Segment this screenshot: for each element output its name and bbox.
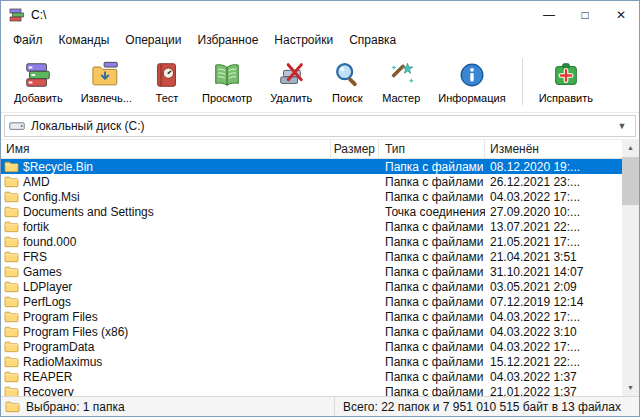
cell-name: found.000 xyxy=(1,235,331,249)
cell-modified: 26.12.2021 23:... xyxy=(485,175,622,189)
winrar-app-icon xyxy=(9,7,25,23)
vertical-scrollbar[interactable]: ▲ ▼ xyxy=(622,139,639,396)
drive-combobox[interactable]: Локальный диск (C:) ▼ xyxy=(4,115,636,137)
cell-name: ProgramData xyxy=(1,340,331,354)
file-name: PerfLogs xyxy=(23,295,71,309)
toolbar-button-label: Тест xyxy=(156,92,179,104)
toolbar-button-view[interactable]: Просмотр xyxy=(193,53,261,110)
scrollbar-track[interactable] xyxy=(622,205,639,379)
table-row[interactable]: Program Files (x86)Папка с файлами04.03.… xyxy=(1,324,622,339)
close-button[interactable]: ✕ xyxy=(603,1,639,29)
file-name: Documents and Settings xyxy=(23,205,154,219)
table-row[interactable]: Config.MsiПапка с файлами04.03.2022 17:.… xyxy=(1,189,622,204)
file-name: Config.Msi xyxy=(23,190,80,204)
table-row[interactable]: AMDПапка с файлами26.12.2021 23:... xyxy=(1,174,622,189)
status-selection: Выбрано: 1 папка xyxy=(1,397,335,416)
file-name: FRS xyxy=(23,250,47,264)
toolbar-button-add-archive[interactable]: Добавить xyxy=(5,53,72,110)
file-name: fortik xyxy=(23,220,49,234)
cell-name: FRS xyxy=(1,250,331,264)
cell-modified: 13.07.2021 22:... xyxy=(485,220,622,234)
cell-type: Папка с файлами xyxy=(379,325,485,339)
scroll-up-icon[interactable]: ▲ xyxy=(622,139,639,156)
maximize-button[interactable]: □ xyxy=(567,1,603,29)
table-row[interactable]: fortikПапка с файлами13.07.2021 22:... xyxy=(1,219,622,234)
toolbar-button-test[interactable]: Тест xyxy=(141,53,193,110)
folder-icon xyxy=(4,235,19,248)
column-header-type[interactable]: Тип xyxy=(379,140,485,158)
menu-item-commands[interactable]: Команды xyxy=(51,30,118,50)
folder-icon xyxy=(4,325,19,338)
table-row[interactable]: Program FilesПапка с файлами04.03.2022 1… xyxy=(1,309,622,324)
repair-icon xyxy=(551,60,581,90)
table-row[interactable]: RadioMaximusПапка с файлами15.12.2021 22… xyxy=(1,354,622,369)
toolbar-button-label: Добавить xyxy=(14,92,63,104)
toolbar-button-extract[interactable]: Извлечь... xyxy=(72,53,141,110)
cell-modified: 04.03.2022 17:... xyxy=(485,340,622,354)
cell-type: Папка с файлами xyxy=(379,310,485,324)
table-row[interactable]: GamesПапка с файлами31.10.2021 14:07 xyxy=(1,264,622,279)
table-row[interactable]: REAPERПапка с файлами04.03.2022 1:37 xyxy=(1,369,622,384)
column-header-name[interactable]: Имя xyxy=(1,140,331,158)
cell-type: Папка с файлами xyxy=(379,220,485,234)
search-icon xyxy=(332,60,362,90)
winrar-window: C:\ — □ ✕ ФайлКомандыОперацииИзбранноеНа… xyxy=(0,0,640,417)
cell-name: Program Files xyxy=(1,310,331,324)
folder-icon xyxy=(4,355,19,368)
toolbar-button-label: Исправить xyxy=(539,92,593,104)
toolbar-button-search[interactable]: Поиск xyxy=(321,53,373,110)
address-bar: Локальный диск (C:) ▼ xyxy=(1,113,639,139)
cell-modified: 04.03.2022 1:37 xyxy=(485,370,622,384)
file-list: Имя Размер Тип Изменён $Recycle.BinПапка… xyxy=(1,139,622,396)
toolbar-button-label: Информация xyxy=(438,92,505,104)
table-row[interactable]: Documents and SettingsТочка соединения27… xyxy=(1,204,622,219)
info-icon xyxy=(457,60,487,90)
menu-item-help[interactable]: Справка xyxy=(341,30,404,50)
cell-modified: 15.12.2021 22:... xyxy=(485,355,622,369)
menu-item-favorites[interactable]: Избранное xyxy=(190,30,267,50)
table-row[interactable]: PerfLogsПапка с файлами07.12.2019 12:14 xyxy=(1,294,622,309)
cell-name: PerfLogs xyxy=(1,295,331,309)
cell-type: Точка соединения xyxy=(379,205,485,219)
toolbar-button-wizard[interactable]: Мастер xyxy=(373,53,429,110)
cell-name: Recovery xyxy=(1,385,331,397)
toolbar-button-repair[interactable]: Исправить xyxy=(530,53,602,110)
menu-item-operations[interactable]: Операции xyxy=(117,30,189,50)
cell-modified: 21.04.2021 3:51 xyxy=(485,250,622,264)
scrollbar-thumb[interactable] xyxy=(622,157,639,205)
file-name: REAPER xyxy=(23,370,72,384)
chevron-down-icon[interactable]: ▼ xyxy=(613,121,631,131)
folder-icon xyxy=(4,250,19,263)
toolbar-button-delete[interactable]: Удалить xyxy=(261,53,321,110)
table-row[interactable]: FRSПапка с файлами21.04.2021 3:51 xyxy=(1,249,622,264)
delete-icon xyxy=(276,60,306,90)
table-row[interactable]: LDPlayerПапка с файлами03.05.2021 2:09 xyxy=(1,279,622,294)
cell-type: Папка с файлами xyxy=(379,265,485,279)
cell-name: Documents and Settings xyxy=(1,205,331,219)
scroll-down-icon[interactable]: ▼ xyxy=(622,379,639,396)
column-header-modified[interactable]: Изменён xyxy=(485,140,622,158)
status-selection-text: Выбрано: 1 папка xyxy=(26,400,125,414)
table-row[interactable]: RecoveryПапка с файлами21.01.2022 1:37 xyxy=(1,384,622,396)
cell-name: REAPER xyxy=(1,370,331,384)
file-rows: $Recycle.BinПапка с файлами08.12.2020 19… xyxy=(1,159,622,396)
file-list-area: Имя Размер Тип Изменён $Recycle.BinПапка… xyxy=(1,139,639,396)
table-row[interactable]: found.000Папка с файлами21.05.2021 17:..… xyxy=(1,234,622,249)
file-name: Recovery xyxy=(23,385,74,397)
folder-icon xyxy=(4,265,19,278)
column-header-size[interactable]: Размер xyxy=(331,140,379,158)
cell-modified: 04.03.2022 17:... xyxy=(485,190,622,204)
minimize-button[interactable]: — xyxy=(531,1,567,29)
extract-icon xyxy=(91,60,121,90)
cell-modified: 04.03.2022 17:... xyxy=(485,310,622,324)
drive-combobox-value: Локальный диск (C:) xyxy=(31,119,613,133)
folder-icon xyxy=(4,160,19,173)
menu-item-file[interactable]: Файл xyxy=(5,30,51,50)
table-row[interactable]: ProgramDataПапка с файлами04.03.2022 17:… xyxy=(1,339,622,354)
folder-icon xyxy=(4,190,19,203)
cell-modified: 08.12.2020 19:... xyxy=(485,160,622,174)
menu-item-settings[interactable]: Настройки xyxy=(266,30,341,50)
table-row[interactable]: $Recycle.BinПапка с файлами08.12.2020 19… xyxy=(1,159,622,174)
cell-name: RadioMaximus xyxy=(1,355,331,369)
toolbar-button-info[interactable]: Информация xyxy=(429,53,514,110)
